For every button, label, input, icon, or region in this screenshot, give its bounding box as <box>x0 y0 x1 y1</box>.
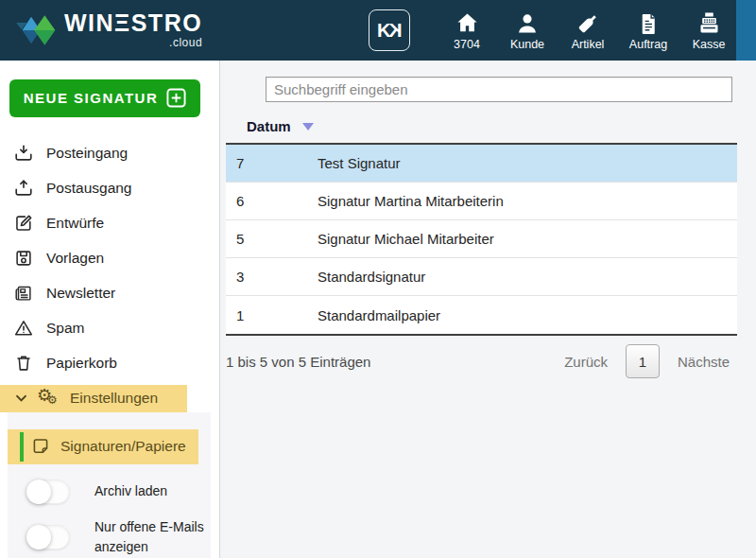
nav-item-kunde[interactable]: Kunde <box>503 9 552 51</box>
edit-icon <box>13 213 34 234</box>
page-number-button[interactable]: 1 <box>626 344 660 378</box>
brand-suffix: .cloud <box>169 36 202 49</box>
sidebar-item-label: Einstellungen <box>70 390 158 407</box>
sidebar-item-papierkorb[interactable]: Papierkorb <box>0 346 219 381</box>
newspaper-icon <box>13 283 34 304</box>
sidebar-item-label: Postausgang <box>46 180 132 197</box>
nav-item-label: 3704 <box>454 38 480 51</box>
person-icon <box>515 9 540 36</box>
toggle-label: Archiv laden <box>94 481 211 502</box>
sidebar-menu: Posteingang Postausgang Entwürfe <box>0 136 219 381</box>
kk-letter-mirrored: K <box>388 20 402 42</box>
main-content: Datum 7 Test Signatur 6 Signatur Martina… <box>220 61 756 558</box>
nav-item-auftrag[interactable]: Auftrag <box>624 9 673 51</box>
app-window: WINΞSTRO .cloud K K 3704 Kunde <box>0 0 756 558</box>
table-row[interactable]: 7 Test Signatur <box>226 145 737 183</box>
row-name: Signatur Martina Mitarbeiterin <box>318 193 737 209</box>
gear-icon: ⚙⚙ <box>37 387 61 410</box>
row-id: 3 <box>226 269 318 285</box>
row-name: Test Signatur <box>318 155 737 171</box>
sidebar-item-signaturen-papiere[interactable]: Signaturen/Papiere <box>8 429 198 464</box>
header-accent-strip <box>736 0 756 61</box>
sidebar: NEUE SIGNATUR Posteingang Postausgang <box>0 61 220 558</box>
brand-name: WINΞSTRO <box>64 11 202 35</box>
note-icon <box>30 436 51 457</box>
sidebar-item-label: Entwürfe <box>46 215 104 232</box>
plus-icon <box>166 88 186 108</box>
wine-bottle-icon <box>576 9 600 36</box>
nav-item-label: Kasse <box>693 38 726 51</box>
nav-item-artikel[interactable]: Artikel <box>563 9 612 51</box>
kk-badge[interactable]: K K <box>369 9 410 51</box>
new-signature-label: NEUE SIGNATUR <box>24 90 159 106</box>
sidebar-item-label: Posteingang <box>46 145 128 162</box>
sidebar-item-label: Newsletter <box>46 285 115 302</box>
nav-item-kasse[interactable]: Kasse <box>684 9 733 51</box>
pagination: 1 bis 5 von 5 Einträgen Zurück 1 Nächste <box>226 344 737 378</box>
row-name: Standardsignatur <box>318 269 737 285</box>
sidebar-item-label: Spam <box>46 320 85 337</box>
signatures-table: 7 Test Signatur 6 Signatur Martina Mitar… <box>226 143 737 336</box>
home-icon <box>455 9 480 36</box>
header-nav: K K 3704 Kunde Artikel <box>369 9 733 51</box>
table-header-row: Datum <box>247 118 756 134</box>
trash-icon <box>13 353 34 374</box>
nav-item-label: Kunde <box>510 38 544 51</box>
toggle-row-offene-emails: Nur offene E-Mails anzeigen <box>8 517 211 558</box>
new-signature-button[interactable]: NEUE SIGNATUR <box>9 79 200 117</box>
cash-register-icon <box>696 9 722 36</box>
sidebar-item-entwuerfe[interactable]: Entwürfe <box>0 206 219 241</box>
nav-item-home[interactable]: 3704 <box>442 9 491 51</box>
toggle-knob <box>26 480 51 504</box>
brand-logo[interactable]: WINΞSTRO .cloud <box>13 11 202 49</box>
row-name: Standardmailpapier <box>318 307 737 323</box>
table-row[interactable]: 3 Standardsignatur <box>226 258 737 296</box>
sort-descending-icon[interactable] <box>302 123 314 131</box>
chevron-down-icon <box>14 392 28 405</box>
row-id: 5 <box>226 231 318 247</box>
active-indicator-bar <box>20 432 24 462</box>
table-row[interactable]: 1 Standardmailpapier <box>226 296 737 334</box>
column-header-datum[interactable]: Datum <box>247 118 291 134</box>
sidebar-item-postausgang[interactable]: Postausgang <box>0 171 219 206</box>
toggle-row-archiv: Archiv laden <box>8 480 211 504</box>
table-row[interactable]: 5 Signatur Michael Mitarbeiter <box>226 220 737 258</box>
nav-item-label: Auftrag <box>629 38 667 51</box>
toggle-knob <box>26 525 51 549</box>
warning-icon <box>13 318 34 339</box>
previous-page-button[interactable]: Zurück <box>564 354 608 370</box>
nav-item-label: Artikel <box>572 38 605 51</box>
row-id: 7 <box>226 155 318 171</box>
pagination-summary: 1 bis 5 von 5 Einträgen <box>226 354 370 370</box>
sidebar-item-newsletter[interactable]: Newsletter <box>0 276 219 311</box>
winestro-w-icon <box>13 13 57 47</box>
sidebar-item-vorlagen[interactable]: Vorlagen <box>0 241 219 276</box>
toggle-label: Nur offene E-Mails anzeigen <box>94 517 211 558</box>
next-page-button[interactable]: Nächste <box>678 354 730 370</box>
document-icon <box>637 9 661 36</box>
outbox-icon <box>13 178 34 199</box>
sidebar-item-label: Vorlagen <box>46 250 104 267</box>
inbox-icon <box>13 143 34 164</box>
search-input[interactable] <box>266 77 732 102</box>
row-id: 6 <box>226 193 318 209</box>
sidebar-item-spam[interactable]: Spam <box>0 311 219 346</box>
save-icon <box>13 248 34 269</box>
sidebar-item-label: Signaturen/Papiere <box>60 438 186 455</box>
table-row[interactable]: 6 Signatur Martina Mitarbeiterin <box>226 183 737 220</box>
sidebar-item-einstellungen[interactable]: ⚙⚙ Einstellungen <box>0 385 187 412</box>
nur-offene-emails-toggle[interactable] <box>26 525 70 549</box>
settings-subpanel: Signaturen/Papiere Archiv laden Nur offe… <box>8 412 211 558</box>
row-id: 1 <box>226 307 318 323</box>
sidebar-item-posteingang[interactable]: Posteingang <box>0 136 219 171</box>
sidebar-item-label: Papierkorb <box>46 355 117 372</box>
archiv-laden-toggle[interactable] <box>26 480 70 504</box>
top-header: WINΞSTRO .cloud K K 3704 Kunde <box>0 0 756 61</box>
row-name: Signatur Michael Mitarbeiter <box>318 231 737 247</box>
